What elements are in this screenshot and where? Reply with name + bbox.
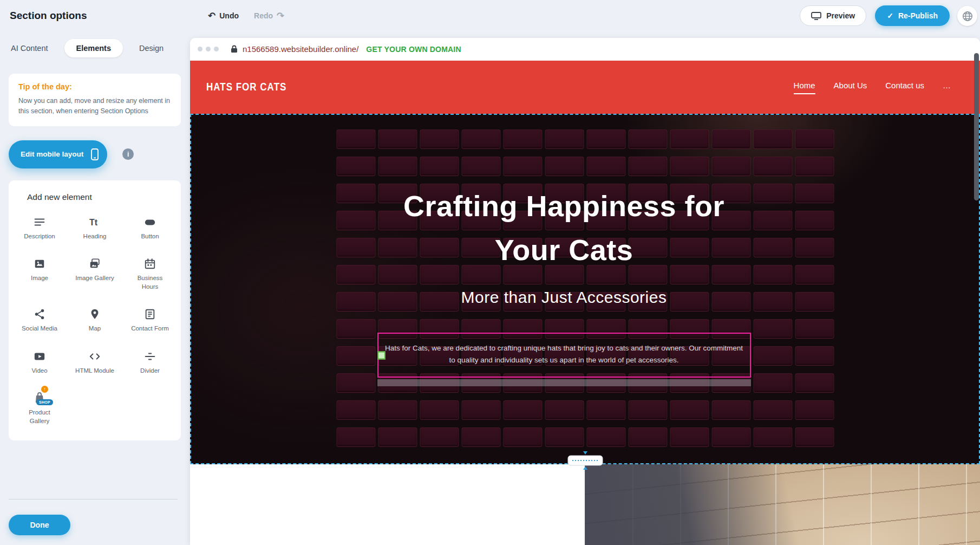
redo-label: Redo — [254, 11, 273, 20]
add-element-button[interactable]: Button — [122, 214, 178, 241]
element-grid: Description Tt Heading Button — [12, 214, 178, 426]
add-element-image[interactable]: Image — [12, 256, 67, 291]
site-logo: HATS FOR CATS — [206, 81, 286, 94]
add-element-video[interactable]: Video — [12, 348, 67, 375]
contact-form-icon — [144, 306, 156, 320]
app: Section options ↶ Undo Redo ↷ Preview ✓ … — [0, 0, 980, 545]
history-controls: ↶ Undo Redo ↷ — [208, 0, 284, 31]
sidebar: AI Content Elements Design Tip of the da… — [0, 31, 190, 545]
nav-more[interactable]: … — [943, 81, 951, 94]
add-element-contact-form[interactable]: Contact Form — [122, 306, 178, 333]
preview-button[interactable]: Preview — [800, 5, 866, 26]
topbar: Section options ↶ Undo Redo ↷ Preview ✓ … — [0, 0, 980, 31]
product-gallery-icon: SHOP ↑ — [33, 390, 46, 404]
edit-mobile-layout-button[interactable]: Edit mobile layout — [9, 140, 107, 168]
republish-label: Re-Publish — [898, 11, 938, 20]
undo-button[interactable]: ↶ Undo — [208, 11, 239, 21]
preview-label: Preview — [826, 11, 855, 20]
heading-icon: Tt — [88, 214, 101, 228]
edit-mobile-row: Edit mobile layout i — [9, 140, 190, 168]
preview-frame: n1566589.websitebuilder.online/ GET YOUR… — [190, 38, 980, 545]
add-element-business-hours[interactable]: Business Hours — [122, 256, 178, 291]
redo-icon: ↷ — [277, 11, 284, 21]
sidebar-footer: Done — [9, 499, 178, 535]
upgrade-badge-icon: ↑ — [41, 386, 48, 393]
site-nav: Home About Us Contact us … — [794, 81, 951, 94]
resize-handle-left[interactable] — [377, 351, 386, 359]
phone-icon — [91, 148, 99, 160]
site-header: HATS FOR CATS Home About Us Contact us … — [190, 61, 980, 114]
tip-title: Tip of the day: — [18, 82, 171, 91]
info-icon[interactable]: i — [122, 148, 134, 160]
divider-icon — [144, 348, 156, 362]
republish-button[interactable]: ✓ Re-Publish — [875, 5, 950, 26]
nav-home[interactable]: Home — [794, 81, 815, 94]
monitor-icon — [811, 12, 821, 20]
hero-paragraph: Hats for Cats, we are dedicated to craft… — [383, 342, 746, 366]
next-section — [190, 464, 980, 545]
svg-text:Tt: Tt — [89, 218, 98, 227]
add-element-description[interactable]: Description — [12, 214, 67, 241]
browser-chrome: n1566589.websitebuilder.online/ GET YOUR… — [190, 38, 980, 61]
image-icon — [34, 256, 45, 270]
preview-scrollbar[interactable] — [974, 53, 979, 200]
add-element-card: Add new element Description Tt Heading — [9, 180, 181, 441]
add-element-title: Add new element — [27, 192, 178, 202]
code-icon — [88, 348, 101, 362]
add-element-product-gallery[interactable]: SHOP ↑ Product Gallery — [12, 390, 67, 425]
lock-icon — [231, 45, 238, 53]
page-title: Section options — [10, 10, 87, 22]
hero-text-element-selected[interactable]: Hats for Cats, we are dedicated to craft… — [377, 333, 751, 378]
hero-subheading: More than Just Accessories — [191, 288, 937, 307]
blank-area — [190, 464, 585, 545]
undo-icon: ↶ — [208, 11, 215, 21]
description-icon — [34, 214, 45, 228]
section-resize-handle[interactable] — [567, 451, 603, 472]
add-element-social-media[interactable]: Social Media — [12, 306, 67, 333]
window-dot — [198, 47, 202, 51]
redo-button[interactable]: Redo ↷ — [254, 11, 284, 21]
tip-body: Now you can add, move and resize any ele… — [18, 96, 171, 116]
footer-divider — [9, 499, 178, 499]
language-globe-button[interactable] — [957, 6, 977, 26]
button-icon — [143, 214, 156, 228]
image-gallery-icon — [88, 256, 101, 270]
tab-elements[interactable]: Elements — [64, 39, 123, 57]
tab-ai-content[interactable]: AI Content — [11, 44, 48, 53]
window-dot — [206, 47, 211, 51]
nav-contact-us[interactable]: Contact us — [885, 81, 924, 94]
video-icon — [33, 348, 46, 362]
add-element-image-gallery[interactable]: Image Gallery — [67, 256, 122, 291]
tip-card: Tip of the day: Now you can add, move an… — [9, 74, 181, 126]
undo-label: Undo — [219, 11, 239, 20]
site-url[interactable]: n1566589.websitebuilder.online/ — [243, 44, 358, 54]
map-pin-icon — [89, 306, 101, 320]
pavement-photo — [585, 464, 980, 545]
nav-about-us[interactable]: About Us — [834, 81, 867, 94]
hero-heading: Crafting Happiness for Your Cats — [375, 184, 754, 272]
window-dot — [214, 47, 219, 51]
add-element-html-module[interactable]: HTML Module — [67, 348, 122, 375]
site-preview: HATS FOR CATS Home About Us Contact us …… — [190, 61, 980, 545]
done-button[interactable]: Done — [9, 515, 70, 535]
hero-section-selected[interactable]: Crafting Happiness for Your Cats More th… — [190, 114, 980, 464]
tab-design[interactable]: Design — [139, 44, 164, 53]
business-hours-icon — [144, 256, 156, 270]
edit-mobile-label: Edit mobile layout — [21, 150, 83, 158]
add-element-divider[interactable]: Divider — [122, 348, 178, 375]
guide-strip — [377, 379, 751, 386]
add-element-heading[interactable]: Tt Heading — [67, 214, 122, 241]
social-media-icon — [34, 306, 45, 320]
shop-badge: SHOP — [36, 399, 53, 405]
hero-content: Crafting Happiness for Your Cats More th… — [191, 115, 979, 463]
globe-icon — [962, 10, 974, 22]
sidebar-tabs: AI Content Elements Design — [11, 39, 190, 57]
check-icon: ✓ — [887, 11, 893, 20]
add-element-map[interactable]: Map — [67, 306, 122, 333]
get-domain-link[interactable]: GET YOUR OWN DOMAIN — [366, 45, 461, 54]
topbar-actions: Preview ✓ Re-Publish — [800, 5, 950, 26]
